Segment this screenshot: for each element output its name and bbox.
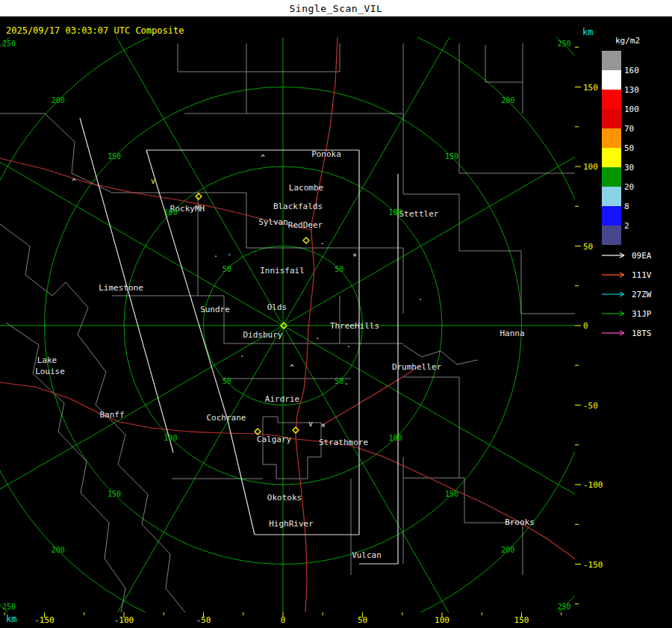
axis-label-bottom: 150 xyxy=(514,615,529,625)
radial-line xyxy=(0,116,283,326)
poi-symbol: × xyxy=(321,421,326,429)
poi-symbol: · xyxy=(240,352,244,361)
scale-boundary-label: 70 xyxy=(624,124,634,134)
poi-symbol: · xyxy=(320,240,325,248)
color-scale-unit: kg/m2 xyxy=(615,36,640,46)
legend-label: 09EA xyxy=(632,251,652,261)
legend-label: 18TS xyxy=(632,329,652,338)
scale-color-box xyxy=(602,90,621,109)
scale-boundary-label: 130 xyxy=(624,85,639,95)
ring-distance-label: 50 xyxy=(335,265,343,273)
scale-color-box xyxy=(602,148,621,167)
axis-label-right: 50 xyxy=(583,242,593,252)
ring-distance-label: 150 xyxy=(445,152,458,161)
ring-distance-label: 50 xyxy=(335,377,343,385)
poi-symbol: ^ xyxy=(72,178,76,186)
radial-line xyxy=(74,0,283,326)
unit-label-right: km xyxy=(582,27,593,37)
ring-distance-label: 100 xyxy=(164,208,177,217)
poi-symbol: · xyxy=(346,343,351,351)
city-label: Strathmore xyxy=(319,438,368,447)
axis-label-bottom: -150 xyxy=(34,615,55,625)
ring-distance-label: 200 xyxy=(501,96,514,105)
city-label: Cochrane xyxy=(207,413,246,423)
poi-symbol: · xyxy=(418,296,423,304)
city-label: Louise xyxy=(35,367,65,376)
highway-line xyxy=(296,439,575,559)
city-label: Lacombe xyxy=(289,183,323,193)
city-labels-layer: PonokaLacombeBlackfaldsSylvanRedDeerStet… xyxy=(35,149,535,560)
site-marker-diamond xyxy=(196,193,202,199)
county-boundary xyxy=(340,248,403,314)
ring-distance-label: 250 xyxy=(2,40,16,48)
ring-distance-label: 250 xyxy=(558,603,571,611)
scale-boundary-label: 20 xyxy=(624,182,634,192)
ring-distance-label: 150 xyxy=(445,490,458,498)
axis-label-right: 100 xyxy=(583,162,598,172)
legend-label: 111V xyxy=(632,270,652,280)
radial-line xyxy=(283,0,492,326)
poi-symbol: · xyxy=(344,380,349,388)
city-label: Lake xyxy=(37,355,57,365)
scale-color-box xyxy=(602,109,621,128)
legend-label: 31JP xyxy=(632,309,652,319)
scale-boundary-label: 50 xyxy=(624,143,634,153)
city-label: RedDeer xyxy=(288,220,323,230)
county-boundary xyxy=(66,282,185,612)
scale-color-box xyxy=(602,187,621,206)
axis-label-bottom: 50 xyxy=(358,615,367,625)
poi-symbol: v xyxy=(308,420,313,428)
radial-line xyxy=(283,326,492,628)
legend-label: 27ZW xyxy=(632,290,652,299)
axis-label-bottom: -50 xyxy=(196,615,211,625)
city-label: Blackfalds xyxy=(273,202,323,211)
scale-color-box xyxy=(602,167,621,187)
poi-symbol: · xyxy=(227,251,231,259)
city-label: Hanna xyxy=(500,329,524,338)
city-label: Drumheller xyxy=(392,362,442,372)
poi-symbol: ^ xyxy=(290,364,294,372)
markers-layer: v^^*···^···v×·· xyxy=(72,154,423,435)
city-label: ThreeHills xyxy=(330,321,379,331)
scale-boundary-label: 8 xyxy=(624,202,629,211)
scale-boundary-label: 100 xyxy=(624,105,639,114)
radar-legend: 09EA111V27ZW31JP18TS xyxy=(602,251,652,338)
poi-symbol: · xyxy=(315,335,320,343)
scale-boundary-label: 30 xyxy=(624,163,634,172)
county-boundary xyxy=(0,224,66,296)
axis-label-right: 150 xyxy=(583,83,598,93)
axis-label-right: -50 xyxy=(583,401,598,411)
ring-distance-label: 100 xyxy=(164,434,177,442)
radar-map[interactable]: v^^*···^···v×··PonokaLacombeBlackfaldsSy… xyxy=(0,0,672,628)
county-boundary xyxy=(178,43,246,72)
axis-label-bottom: 100 xyxy=(435,615,449,625)
ring-distance-label: 50 xyxy=(223,265,231,273)
axis-label-bottom: 0 xyxy=(281,615,286,625)
poi-symbol: · xyxy=(214,252,218,261)
city-label: Ponoka xyxy=(311,149,341,159)
county-boundary xyxy=(246,43,340,72)
city-label: Banff xyxy=(99,410,124,420)
axis-label-right: 0 xyxy=(583,321,588,331)
city-label: Olds xyxy=(267,302,287,312)
ring-distance-label: 150 xyxy=(108,490,121,498)
scale-boundary-label: 2 xyxy=(624,221,629,231)
highway-line xyxy=(321,367,417,426)
scale-color-box xyxy=(602,206,621,226)
site-marker-diamond xyxy=(303,237,309,243)
city-label: HighRiver xyxy=(269,519,314,529)
ring-distance-label: 150 xyxy=(108,152,121,161)
range-rings-layer xyxy=(0,0,672,628)
coverage-layer xyxy=(80,118,398,564)
unit-label-bottom: km xyxy=(6,614,16,624)
product-timestamp: 2025/09/17 03:03:07 UTC Composite xyxy=(6,25,184,36)
city-label: Okotoks xyxy=(267,493,302,503)
city-label: Sylvan xyxy=(258,217,288,227)
poi-symbol: * xyxy=(352,252,357,261)
ring-distance-label: 100 xyxy=(389,434,402,442)
axis-label-bottom: -100 xyxy=(114,615,134,625)
city-label: Brooks xyxy=(505,517,535,527)
scale-color-box xyxy=(602,128,621,148)
city-label: Innisfail xyxy=(260,266,305,276)
city-label: Sundre xyxy=(200,305,230,314)
